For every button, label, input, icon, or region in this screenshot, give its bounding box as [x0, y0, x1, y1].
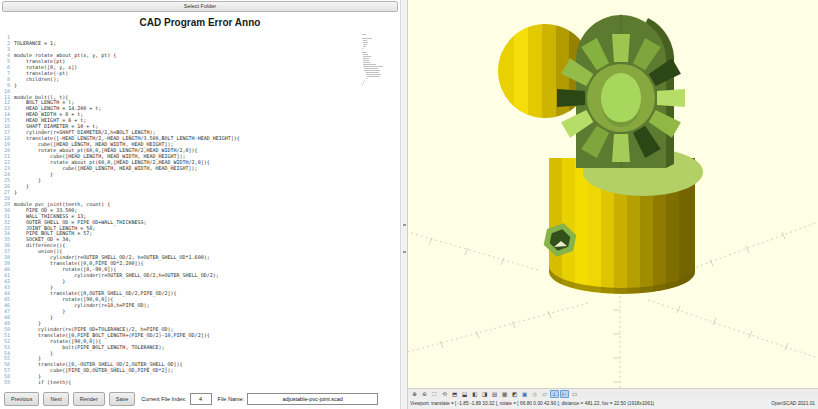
viewport-toolbar: ⊕⊖⛶⟲⬒⬓◧◨▤▦◩▣◇▱⊥⊢▭	[408, 388, 818, 398]
code-minimap	[362, 32, 386, 92]
select-folder-button[interactable]: Select Folder	[2, 1, 398, 12]
viewport-canvas[interactable]	[408, 0, 818, 388]
show-scale-markers-icon[interactable]: ⊥	[550, 390, 559, 398]
minimap-bar	[362, 34, 366, 35]
minimap-bar	[367, 76, 381, 77]
panel-splitter[interactable]	[400, 0, 408, 409]
minimap-bar	[362, 38, 372, 39]
code-line: 59 if (teeth){	[0, 380, 400, 386]
minimap-bar	[363, 62, 370, 63]
bottom-view-icon[interactable]: ⬓	[460, 390, 469, 398]
zoom-in-icon[interactable]: ⊕	[410, 390, 419, 398]
minimap-bar	[366, 72, 380, 73]
front-view-icon[interactable]: ▤	[490, 390, 499, 398]
editor-footer: Previous Next Render Save Current File I…	[0, 389, 400, 409]
code-panel: Select Folder CAD Program Error Anno 12T…	[0, 0, 400, 409]
code-editor[interactable]: 12TOLERANCE = 1;34module rotate_about_pt…	[0, 35, 400, 388]
render-button[interactable]: Render	[73, 392, 105, 406]
top-view-icon[interactable]: ⬒	[450, 390, 459, 398]
splitter-grip	[403, 224, 406, 226]
show-crosshairs-icon[interactable]: ▭	[570, 390, 579, 398]
minimap-bar	[363, 58, 369, 59]
reset-view-icon[interactable]: ⟲	[440, 390, 449, 398]
openscad-viewport: ⊕⊖⛶⟲⬒⬓◧◨▤▦◩▣◇▱⊥⊢▭ Viewport: translate = …	[408, 0, 818, 409]
diagonal-view-icon[interactable]: ◩	[510, 390, 519, 398]
minimap-bar	[366, 74, 382, 75]
orthogonal-view-icon[interactable]: ▱	[540, 390, 549, 398]
splitter-grip	[403, 251, 406, 253]
viewport-status-text: Viewport: translate = [ -1.85 -1.89 33.3…	[410, 401, 771, 406]
file-name-label: File Name:	[218, 396, 245, 402]
back-view-icon[interactable]: ▦	[500, 390, 509, 398]
right-view-icon[interactable]: ◨	[480, 390, 489, 398]
zoom-all-icon[interactable]: ⛶	[430, 390, 439, 398]
code-text: }	[14, 83, 17, 89]
code-text: TOLERANCE = 1;	[14, 41, 56, 47]
perspective-view-icon[interactable]: ◇	[530, 390, 539, 398]
next-button[interactable]: Next	[43, 392, 68, 406]
minimap-bar	[363, 44, 367, 45]
3d-model-render	[408, 0, 818, 388]
code-text: children();	[14, 77, 59, 83]
viewport-statusbar: Viewport: translate = [ -1.85 -1.89 33.3…	[408, 398, 818, 409]
minimap-bar	[363, 42, 368, 43]
left-view-icon[interactable]: ◧	[470, 390, 479, 398]
app-window: Select Folder CAD Program Error Anno 12T…	[0, 0, 818, 409]
center-view-icon[interactable]: ▣	[520, 390, 529, 398]
minimap-bar	[364, 70, 380, 71]
minimap-bar	[363, 54, 368, 55]
app-version-text: OpenSCAD 2021.01	[771, 401, 815, 406]
file-index-label: Current File Index:	[141, 396, 186, 402]
line-number: 59	[0, 380, 14, 386]
code-text: if (teeth){	[14, 380, 71, 386]
code-text: }	[14, 190, 17, 196]
page-title: CAD Program Error Anno	[0, 17, 400, 28]
previous-button[interactable]: Previous	[4, 392, 39, 406]
minimap-bar	[363, 56, 371, 57]
file-name-input[interactable]: adjustable-pvc-joint.scad	[247, 393, 378, 405]
minimap-bar	[363, 60, 369, 61]
file-index-input[interactable]: 4	[190, 393, 212, 405]
minimap-bar	[364, 68, 378, 69]
minimap-bar	[363, 46, 366, 47]
minimap-bar	[363, 40, 367, 41]
show-axes-icon[interactable]: ⊢	[560, 390, 569, 398]
minimap-bar	[363, 66, 383, 67]
minimap-bar	[363, 64, 376, 65]
zoom-out-icon[interactable]: ⊖	[420, 390, 429, 398]
save-button[interactable]: Save	[109, 392, 136, 406]
minimap-bar	[362, 52, 367, 53]
